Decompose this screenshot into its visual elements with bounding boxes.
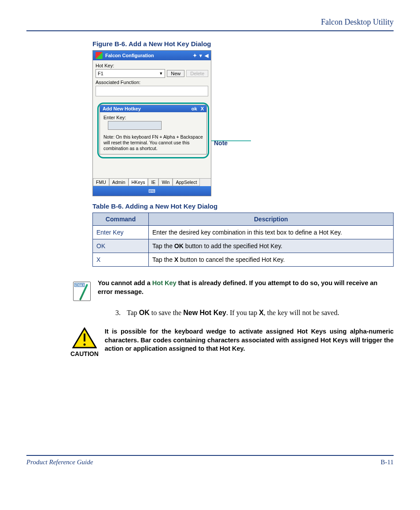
footer: Product Reference Guide B-11 bbox=[26, 455, 394, 466]
popup-close-button[interactable]: X bbox=[201, 106, 204, 111]
table-row: X Tap the X button to cancel the specifi… bbox=[93, 253, 394, 267]
screenshot-mock: Falcon Configuration ✦ ▾ ◀ Hot Key: F1 ▼… bbox=[92, 50, 211, 196]
connectivity-icon: ✦ bbox=[193, 53, 197, 59]
tab-appselect[interactable]: AppSelect bbox=[173, 179, 200, 186]
footer-rule bbox=[26, 455, 394, 456]
hotkey-value: F1 bbox=[98, 71, 103, 76]
desc-cell: Enter the desired key combination in thi… bbox=[149, 226, 394, 239]
note-icon bbox=[70, 279, 92, 302]
signal-icon: ▾ bbox=[199, 53, 202, 59]
speaker-icon: ◀ bbox=[205, 53, 208, 59]
tab-win[interactable]: Win bbox=[158, 179, 173, 186]
delete-button: Delete bbox=[186, 70, 208, 77]
tab-fmu[interactable]: FMU bbox=[93, 179, 109, 186]
cmd-cell: X bbox=[93, 253, 149, 267]
hotkey-label: Hot Key: bbox=[96, 63, 208, 68]
footer-page-number: B-11 bbox=[381, 459, 394, 466]
popup-highlight: Add New Hotkey ok X Enter Key: Note: On … bbox=[97, 103, 209, 158]
header-rule bbox=[26, 30, 394, 31]
table-title: Table B-6. Adding a New Hot Key Dialog bbox=[92, 202, 394, 210]
enter-key-input[interactable] bbox=[108, 121, 162, 130]
svg-point-3 bbox=[83, 344, 85, 346]
header-title: Falcon Desktop Utility bbox=[26, 18, 394, 27]
caution-icon bbox=[72, 327, 97, 349]
caution-text: It is possible for the keyboard wedge to… bbox=[105, 327, 394, 353]
windows-logo-icon bbox=[96, 52, 103, 59]
step-3: 3. Tap OK to save the New Hot Key. If yo… bbox=[115, 309, 394, 317]
table-row: OK Tap the OK button to add the specifie… bbox=[93, 239, 394, 253]
callout-label: Note bbox=[214, 139, 228, 147]
desc-cell: Tap the X button to cancel the specified… bbox=[149, 253, 394, 267]
callout: Note bbox=[211, 136, 260, 153]
keyboard-icon[interactable]: ⌨ bbox=[148, 188, 155, 194]
popup-titlebar: Add New Hotkey ok X bbox=[100, 105, 206, 112]
mock-tabs: FMU Admin HKeys IE Win AppSelect bbox=[93, 178, 211, 186]
popup-title-text: Add New Hotkey bbox=[103, 106, 141, 111]
mock-titlebar: Falcon Configuration ✦ ▾ ◀ bbox=[93, 51, 211, 60]
tab-ie[interactable]: IE bbox=[148, 179, 158, 186]
assoc-function-box bbox=[96, 86, 208, 96]
popup-ok-button[interactable]: ok bbox=[192, 106, 197, 111]
caution-label: CAUTION bbox=[70, 350, 99, 357]
enter-key-label: Enter Key: bbox=[103, 115, 203, 120]
popup-note-text: Note: On this keyboard FN + Alpha + Back… bbox=[100, 134, 206, 154]
hotkey-select[interactable]: F1 ▼ bbox=[96, 69, 165, 78]
figure-title: Figure B-6. Add a New Hot Key Dialog bbox=[92, 40, 394, 48]
caution-block: CAUTION It is possible for the keyboard … bbox=[70, 327, 394, 357]
th-command: Command bbox=[93, 213, 149, 226]
new-button[interactable]: New bbox=[167, 70, 184, 77]
mock-taskbar: ⌨ bbox=[93, 186, 211, 196]
mock-body: Hot Key: F1 ▼ New Delete Associated Func… bbox=[93, 60, 211, 196]
assoc-function-label: Associated Function: bbox=[96, 80, 208, 85]
mock-window-title: Falcon Configuration bbox=[105, 53, 154, 58]
th-description: Description bbox=[149, 213, 394, 226]
desc-cell: Tap the OK button to add the specified H… bbox=[149, 239, 394, 253]
note-block: You cannot add a Hot Key that is already… bbox=[70, 279, 394, 302]
note-text: You cannot add a Hot Key that is already… bbox=[98, 279, 394, 296]
chevron-down-icon: ▼ bbox=[159, 71, 163, 76]
tab-hkeys[interactable]: HKeys bbox=[129, 179, 148, 186]
reference-table: Command Description Enter Key Enter the … bbox=[92, 213, 394, 267]
cmd-cell: OK bbox=[93, 239, 149, 253]
table-row: Enter Key Enter the desired key combinat… bbox=[93, 226, 394, 239]
tab-admin[interactable]: Admin bbox=[109, 179, 129, 186]
footer-left: Product Reference Guide bbox=[26, 459, 93, 466]
step-number: 3. bbox=[115, 309, 127, 317]
cmd-cell: Enter Key bbox=[93, 226, 149, 239]
